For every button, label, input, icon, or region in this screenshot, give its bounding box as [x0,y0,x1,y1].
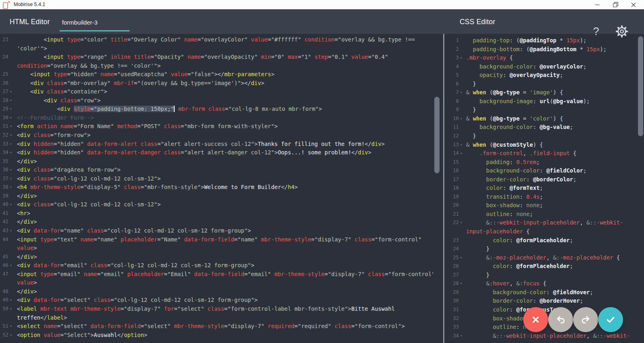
close-button[interactable] [626,0,641,9]
code-line[interactable]: 38▾<h4 mbr-theme-style="display-5" class… [0,183,433,192]
css-scrollbar-thumb[interactable] [638,36,643,136]
code-line[interactable]: 12 } [445,132,638,141]
code-line[interactable]: 36▾<div class="dragArea form-row"> [0,166,433,175]
code-line[interactable]: 30 border-color: @borderHover; [445,297,638,306]
code-line[interactable]: 35</div> [0,157,433,166]
code-line[interactable]: 30▾<!--Formbuilder Form--> [0,114,433,123]
fold-arrow-icon[interactable]: ▾ [8,131,13,140]
code-line[interactable]: 39</div> [0,192,433,201]
code-line[interactable]: 49▾<div data-for="select" class="col-lg-… [0,296,433,305]
fold-arrow-icon[interactable]: ▾ [459,114,464,123]
code-line[interactable]: 34▾ &::-webkit-input-placeholder, &::-we… [445,332,638,341]
code-line[interactable]: 24 } [445,245,638,254]
code-line[interactable]: value> [0,279,433,287]
code-line[interactable]: 24 <input type="range" inline title="Opa… [0,53,433,62]
discard-button[interactable] [523,307,548,332]
code-line[interactable]: 2 padding-bottom: (@paddingBottom * 15px… [445,45,638,54]
code-line[interactable]: 11 background-color: @bg-value; [445,123,638,132]
code-line[interactable]: 13▾& when (@customStyle) { [445,141,638,150]
html-editor-pane[interactable]: 23 <input type="color" title="Overlay Co… [0,34,433,343]
code-line[interactable]: 31▾<form action name="Form Name" method=… [0,122,433,131]
code-line[interactable]: 37▾<div class="col-lg-12 col-md-12 col-s… [0,175,433,183]
restore-button[interactable] [608,0,623,9]
fold-arrow-icon[interactable]: ▾ [459,54,464,62]
fold-arrow-icon[interactable]: ▾ [8,331,13,340]
code-line[interactable]: 40▾<div class="col-lg-12 col-md-12 col-s… [0,200,433,209]
css-editor-pane[interactable]: 1 padding-top: (@paddingTop * 15px);2 pa… [445,34,638,343]
code-line[interactable]: 29 background-color: @fieldHover; [445,288,638,297]
fold-arrow-icon[interactable]: ▾ [8,148,13,157]
fold-arrow-icon[interactable]: ▾ [8,140,13,149]
code-line[interactable]: 10▾& when (@bg-type = 'color') { [445,114,638,123]
tab-formbuilder-3[interactable]: formbuilder-3 [60,9,130,31]
code-line[interactable]: 32▾<div class="form-row"> [0,131,433,140]
code-line[interactable]: 26 color: @formPlaceholder; [445,262,638,271]
code-line[interactable]: input-placeholder { [445,227,638,236]
code-line[interactable]: 27 } [445,271,638,280]
fold-arrow-icon[interactable]: ▾ [459,254,464,262]
code-line[interactable]: condition="overlay && bg.type !== 'color… [0,62,433,71]
code-line[interactable]: 23 color: @formPlaceholder; [445,236,638,245]
code-line[interactable]: treffen</label> [0,314,433,322]
code-line[interactable]: 5 opacity: @overlayOpacity; [445,71,638,80]
fold-arrow-icon[interactable]: ▾ [8,166,13,175]
code-line[interactable]: 15 padding: 0.5rem; [445,158,638,167]
code-line[interactable]: 6 } [445,80,638,89]
code-line[interactable]: 14▾ .form-control, .field-input { [445,149,638,158]
code-line[interactable]: 19 transition: 0.4s; [445,193,638,202]
fold-arrow-icon[interactable]: ▾ [459,88,464,97]
code-line[interactable]: 27▾ <div class="container"> [0,87,433,96]
code-line[interactable]: 34▾<div hidden="hidden" data-form-alert-… [0,148,433,157]
code-line[interactable]: 16 background-color: @fieldColor; [445,166,638,175]
code-line[interactable]: 45</div> [0,253,433,262]
fold-arrow-icon[interactable]: ▾ [459,279,464,288]
code-line[interactable]: 21 outline: none; [445,210,638,219]
minimize-button[interactable] [590,0,605,9]
redo-button[interactable] [573,307,598,332]
code-line[interactable]: 3▾.mbr-overlay { [445,54,638,62]
code-line[interactable]: 1 padding-top: (@paddingTop * 15px); [445,36,638,45]
code-line[interactable]: 20 box-shadow: none; [445,201,638,210]
fold-arrow-icon[interactable]: ▾ [8,305,13,314]
fold-arrow-icon[interactable]: ▾ [8,227,13,235]
code-line[interactable]: 42</div> [0,218,433,227]
fold-arrow-icon[interactable]: ▾ [8,200,13,209]
code-line[interactable]: 28▾ &:hover, &:focus { [445,279,638,288]
code-line[interactable]: 25 <input type="hidden" name="usedRecapt… [0,70,433,79]
code-line[interactable]: 51▾<select name="select" data-form-field… [0,322,433,331]
code-line[interactable]: 43▾<div data-for="name" class="col-lg-12… [0,227,433,235]
code-line[interactable]: 'color'"> [0,44,433,53]
code-line[interactable]: 41<hr> [0,209,433,218]
code-line[interactable]: 23 <input type="color" title="Overlay Co… [0,35,433,44]
code-line[interactable]: 18 color: @formText; [445,184,638,193]
code-line[interactable]: 48</div> [0,287,433,296]
code-line[interactable]: 29▾ <div style="padding-bottom: 150px;" … [0,105,433,114]
code-line[interactable]: 17 border-color: @borderColor; [445,175,638,184]
code-line[interactable]: 33▾<div hidden="hidden" data-form-alert … [0,140,433,149]
code-line[interactable]: 52▾<option value="Select">Auswahl</optio… [0,331,433,340]
html-scrollbar-thumb[interactable] [434,97,440,173]
fold-arrow-icon[interactable]: ▾ [8,175,13,183]
fold-arrow-icon[interactable]: ▾ [8,114,13,123]
fold-arrow-icon[interactable]: ▾ [459,332,464,341]
code-line[interactable]: 44<input type="text" name="name" placeho… [0,235,433,244]
fold-arrow-icon[interactable]: ▾ [459,141,464,150]
code-line[interactable]: 50▾<label mbr-text mbr-theme-style="disp… [0,305,433,314]
code-line[interactable]: 25▾ &:-moz-placeholder, &:-moz-placehold… [445,254,638,262]
code-line[interactable]: value> [0,244,433,253]
code-line[interactable]: 9 } [445,106,638,114]
apply-button[interactable] [598,307,623,332]
code-line[interactable]: 46▾<div data-for="email" class="col-lg-1… [0,261,433,270]
fold-arrow-icon[interactable]: ▾ [8,183,13,192]
fold-arrow-icon[interactable]: ▾ [8,296,13,305]
fold-arrow-icon[interactable]: ▾ [8,261,13,270]
fold-arrow-icon[interactable]: ▾ [8,96,13,105]
code-line[interactable]: 4 background-color: @overlayColor; [445,62,638,71]
code-line[interactable]: 7▾& when (@bg-type = 'image') { [445,88,638,97]
code-line[interactable]: 47<input type="email" name="email" place… [0,270,433,279]
code-line[interactable]: 8 background-image: url(@bg-value); [445,97,638,106]
undo-button[interactable] [548,307,573,332]
fold-arrow-icon[interactable]: ▾ [8,122,13,131]
fold-arrow-icon[interactable]: ▾ [8,105,13,114]
fold-arrow-icon[interactable]: ▾ [459,218,464,227]
